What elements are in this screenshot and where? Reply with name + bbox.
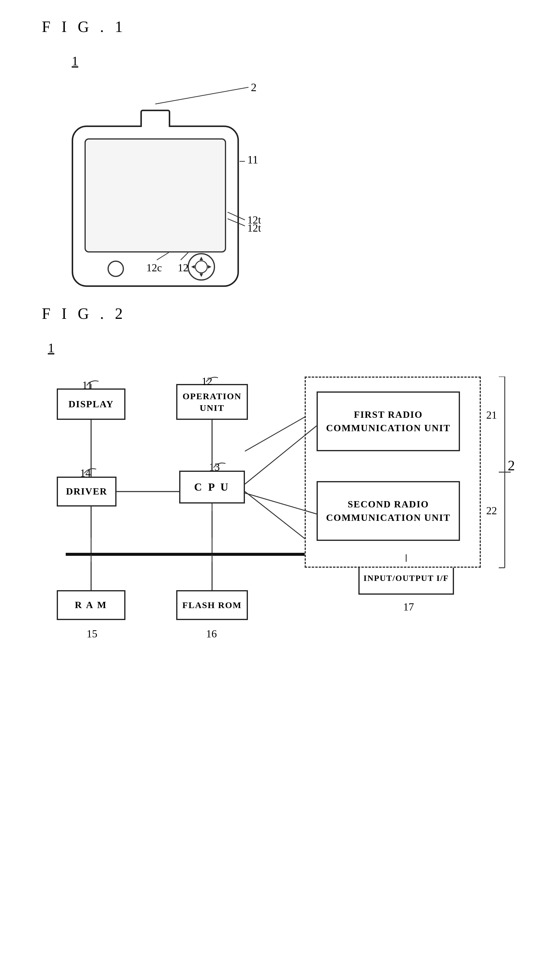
svg-point-1 <box>195 261 207 273</box>
driver-block: DRIVER <box>57 477 117 506</box>
operation-block: OPERATION UNIT <box>176 384 248 420</box>
device-screen <box>85 138 226 252</box>
device-dpad[interactable] <box>188 253 215 281</box>
display-block: DISPLAY <box>57 389 125 420</box>
fig2-device-label: 1 <box>48 340 536 355</box>
label-2-brace <box>496 376 520 571</box>
fig2-section: F I G . 2 1 <box>24 305 536 666</box>
svg-line-18 <box>245 492 308 541</box>
device-circle-btn[interactable] <box>108 260 124 277</box>
svg-line-6 <box>155 87 249 104</box>
svg-line-17 <box>245 415 308 451</box>
second-radio-block: SECOND RADIO COMMUNICATION UNIT <box>316 481 460 541</box>
fig2-title: F I G . 2 <box>42 305 536 322</box>
fig1-section: F I G . 1 1 <box>24 18 536 281</box>
first-radio-block: FIRST RADIO COMMUNICATION UNIT <box>316 391 460 451</box>
label-21: 21 <box>486 409 497 421</box>
label-14: 14 <box>80 467 91 479</box>
label-2: 2 <box>508 457 515 474</box>
label-22: 22 <box>486 505 497 517</box>
callout-12t-bot: 12t <box>247 222 261 234</box>
callout-12c: 12c <box>146 262 162 274</box>
callout-2: 2 <box>251 81 257 94</box>
fig1-device-label: 1 <box>72 53 293 69</box>
page: F I G . 1 1 <box>0 0 560 684</box>
label-17: 17 <box>403 601 414 613</box>
callout-12: 12 <box>178 262 188 274</box>
ram-block: R A M <box>57 590 125 620</box>
label-13: 13 <box>209 461 220 473</box>
fig2-diagram: 19 DISPLAY 11 OPERATION UNIT 12 <box>48 368 526 666</box>
label-12-op: 12 <box>202 375 212 387</box>
device-top-btn <box>140 110 170 127</box>
fig1-title: F I G . 1 <box>42 18 536 35</box>
label-11: 11 <box>82 379 93 391</box>
callout-11: 11 <box>247 153 258 166</box>
label-15: 15 <box>87 628 97 640</box>
label-16: 16 <box>206 628 217 640</box>
flash-rom-block: FLASH ROM <box>176 590 248 620</box>
cpu-block: C P U <box>179 471 245 503</box>
